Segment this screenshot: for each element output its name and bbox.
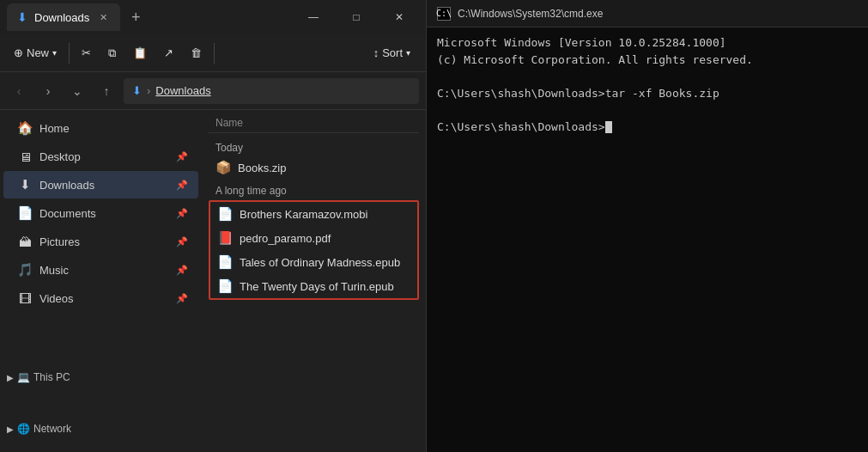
- new-chevron: ▾: [52, 48, 57, 58]
- sidebar-item-home[interactable]: 🏠 Home: [3, 114, 198, 142]
- sidebar-item-downloads[interactable]: ⬇ Downloads 📌: [3, 171, 198, 199]
- twenty-days-of-turin-name: The Twenty Days of Turin.epub: [240, 280, 394, 293]
- longago-group: A long time ago: [209, 180, 419, 199]
- videos-pin-icon: 📌: [176, 293, 188, 304]
- sidebar-item-videos[interactable]: 🎞 Videos 📌: [3, 284, 198, 312]
- this-pc-chevron: ▶: [7, 373, 14, 382]
- cmd-title: C:\Windows\System32\cmd.exe: [458, 8, 603, 20]
- sidebar-item-music[interactable]: 🎵 Music 📌: [3, 256, 198, 284]
- downloads-icon: ⬇: [17, 177, 33, 192]
- sidebar-item-pictures[interactable]: 🏔 Pictures 📌: [3, 228, 198, 255]
- pictures-icon: 🏔: [17, 235, 33, 249]
- sidebar-item-desktop[interactable]: 🖥 Desktop 📌: [3, 143, 198, 170]
- cmd-empty: [437, 68, 858, 85]
- path-current-folder: Downloads: [155, 84, 210, 97]
- file-twenty-days-of-turin[interactable]: 📄 The Twenty Days of Turin.epub: [210, 274, 417, 298]
- file-list: Name Today 📦 Books.zip A long time ago 📄…: [202, 110, 426, 452]
- new-tab-button[interactable]: +: [124, 5, 148, 29]
- tab-close-button[interactable]: ✕: [96, 10, 110, 24]
- path-separator: ›: [147, 84, 150, 97]
- sidebar-pictures-label: Pictures: [39, 235, 80, 248]
- paste-icon: 📋: [133, 46, 147, 59]
- sort-chevron: ▾: [406, 48, 410, 58]
- tab-download-icon: ⬇: [17, 10, 27, 24]
- downloads-pin-icon: 📌: [176, 180, 188, 191]
- desktop-pin-icon: 📌: [176, 151, 188, 162]
- this-pc-label: This PC: [33, 371, 70, 383]
- pedro-paramo-name: pedro_paramo.pdf: [240, 232, 331, 245]
- window-controls: — □ ✕: [294, 3, 419, 31]
- cmd-content: Microsoft Windows [Version 10.0.25284.10…: [427, 27, 868, 452]
- network-chevron: ▶: [7, 425, 14, 434]
- toolbar-divider-2: [214, 43, 215, 64]
- today-group: Today: [209, 137, 419, 156]
- sidebar-item-documents[interactable]: 📄 Documents 📌: [3, 199, 198, 227]
- tab-label: Downloads: [34, 11, 89, 24]
- sidebar: 🏠 Home 🖥 Desktop 📌 ⬇ Downloads 📌 📄 Docum…: [0, 110, 202, 452]
- new-icon: ⊕: [14, 46, 23, 59]
- recent-button[interactable]: ⌄: [65, 79, 89, 103]
- maximize-button[interactable]: □: [337, 3, 376, 31]
- sort-icon: ↕: [373, 46, 379, 59]
- cut-button[interactable]: ✂: [75, 40, 98, 67]
- cmd-title-bar: C:\ C:\Windows\System32\cmd.exe: [427, 0, 868, 27]
- new-label: New: [27, 46, 49, 59]
- file-pedro-paramo[interactable]: 📕 pedro_paramo.pdf: [210, 226, 417, 250]
- copy-icon: ⧉: [108, 46, 116, 60]
- desktop-icon: 🖥: [17, 150, 33, 164]
- this-pc-section[interactable]: ▶ 💻 This PC: [0, 366, 202, 388]
- path-download-icon: ⬇: [132, 84, 142, 97]
- music-pin-icon: 📌: [176, 265, 188, 276]
- sidebar-downloads-label: Downloads: [39, 179, 94, 192]
- delete-button[interactable]: 🗑: [184, 40, 209, 67]
- file-books-zip[interactable]: 📦 Books.zip: [209, 156, 419, 180]
- books-zip-name: Books.zip: [238, 162, 286, 174]
- forward-button[interactable]: ›: [36, 79, 60, 103]
- sort-button[interactable]: ↕ Sort ▾: [365, 40, 419, 67]
- delete-icon: 🗑: [191, 46, 202, 59]
- cmd-cursor: [605, 121, 612, 133]
- file-brothers-karamazov[interactable]: 📄 Brothers Karamazov.mobi: [210, 202, 417, 226]
- cmd-line2: (c) Microsoft Corporation. All rights re…: [437, 52, 858, 69]
- sidebar-videos-label: Videos: [39, 292, 74, 305]
- close-button[interactable]: ✕: [379, 3, 419, 31]
- pictures-pin-icon: 📌: [176, 236, 188, 247]
- tab-bar: ⬇ Downloads ✕ +: [7, 3, 287, 31]
- videos-icon: 🎞: [17, 291, 33, 306]
- address-path[interactable]: ⬇ › Downloads: [124, 78, 419, 104]
- home-icon: 🏠: [17, 120, 33, 136]
- brothers-karamazov-name: Brothers Karamazov.mobi: [240, 208, 367, 221]
- cmd-prompt1: C:\Users\shash\Downloads>tar -xf Books.z…: [437, 85, 858, 102]
- file-tales-ordinary-madness[interactable]: 📄 Tales of Ordinary Madness.epub: [210, 250, 417, 274]
- documents-pin-icon: 📌: [176, 208, 188, 219]
- main-content: 🏠 Home 🖥 Desktop 📌 ⬇ Downloads 📌 📄 Docum…: [0, 110, 426, 452]
- cmd-line1: Microsoft Windows [Version 10.0.25284.10…: [437, 34, 858, 52]
- cmd-window: C:\ C:\Windows\System32\cmd.exe Microsof…: [427, 0, 868, 452]
- copy-button[interactable]: ⧉: [101, 40, 123, 67]
- active-tab[interactable]: ⬇ Downloads ✕: [7, 3, 120, 31]
- cmd-prompt2: C:\Users\shash\Downloads>: [437, 119, 858, 136]
- toolbar: ⊕ New ▾ ✂ ⧉ 📋 ↗ 🗑 ↕ Sort ▾: [0, 34, 426, 72]
- tales-ordinary-madness-name: Tales of Ordinary Madness.epub: [240, 256, 400, 269]
- new-button[interactable]: ⊕ New ▾: [7, 40, 64, 67]
- network-section[interactable]: ▶ 🌐 Network: [0, 418, 202, 440]
- sidebar-music-label: Music: [39, 264, 69, 277]
- cmd-icon: C:\: [437, 7, 451, 21]
- minimize-button[interactable]: —: [294, 3, 333, 31]
- explorer-window: ⬇ Downloads ✕ + — □ ✕ ⊕ New ▾ ✂ ⧉ 📋 ↗ 🗑 …: [0, 0, 427, 452]
- column-header: Name: [209, 113, 419, 133]
- sidebar-home-label: Home: [39, 122, 70, 135]
- back-button[interactable]: ‹: [7, 79, 31, 103]
- column-name-label: Name: [215, 117, 243, 129]
- pedro-paramo-icon: 📕: [217, 230, 233, 246]
- sidebar-documents-label: Documents: [39, 207, 96, 220]
- address-bar: ‹ › ⌄ ↑ ⬇ › Downloads: [0, 72, 426, 110]
- music-icon: 🎵: [17, 262, 33, 278]
- title-bar: ⬇ Downloads ✕ + — □ ✕: [0, 0, 426, 34]
- share-button[interactable]: ↗: [157, 40, 180, 67]
- documents-icon: 📄: [17, 205, 33, 221]
- up-button[interactable]: ↑: [94, 79, 118, 103]
- network-icon: 🌐: [17, 423, 30, 435]
- paste-button[interactable]: 📋: [126, 40, 154, 67]
- sort-label: Sort: [382, 46, 403, 59]
